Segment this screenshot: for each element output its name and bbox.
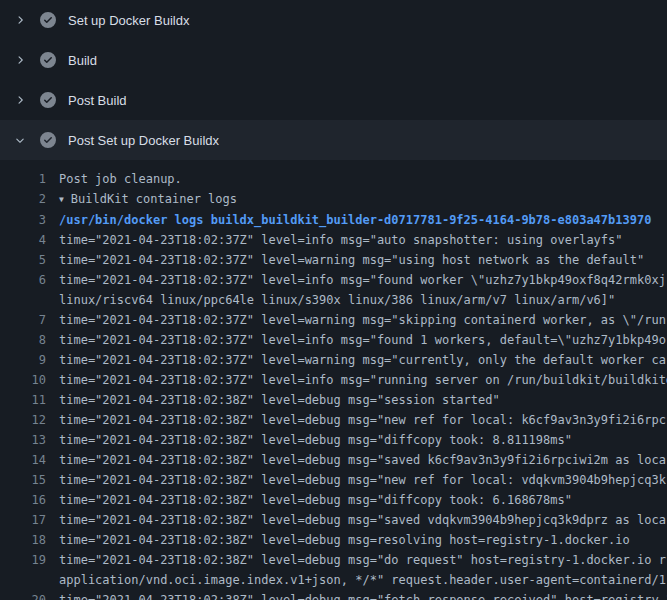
line-number[interactable]: 4 (0, 230, 59, 250)
line-number[interactable]: 19 (0, 550, 59, 570)
step-header-1[interactable]: Build (0, 40, 667, 80)
log-line: 18 time="2021-04-23T18:02:38Z" level=deb… (0, 530, 667, 550)
log-line: 3 /usr/bin/docker logs buildx_buildkit_b… (0, 210, 667, 230)
log-line: 8 time="2021-04-23T18:02:37Z" level=info… (0, 330, 667, 350)
step-name: Build (68, 53, 97, 68)
log-text: time="2021-04-23T18:02:38Z" level=debug … (59, 510, 666, 530)
log-line: linux/riscv64 linux/ppc64le linux/s390x … (0, 290, 667, 310)
check-circle-icon (40, 132, 56, 148)
line-number[interactable]: 5 (0, 250, 59, 270)
log-text: time="2021-04-23T18:02:38Z" level=debug … (59, 390, 500, 410)
line-number[interactable]: 11 (0, 390, 59, 410)
line-number[interactable]: 3 (0, 210, 59, 230)
log-text: /usr/bin/docker logs buildx_buildkit_bui… (59, 210, 651, 230)
log-line: 2 ▼BuildKit container logs (0, 189, 667, 210)
log-text: time="2021-04-23T18:02:38Z" level=debug … (59, 430, 572, 450)
log-line: 10 time="2021-04-23T18:02:37Z" level=inf… (0, 370, 667, 390)
group-toggle-icon[interactable]: ▼ (59, 190, 64, 210)
chevron-icon[interactable] (12, 12, 28, 28)
line-number[interactable]: 8 (0, 330, 59, 350)
step-header-3[interactable]: Post Set up Docker Buildx (0, 120, 667, 160)
log-line: 19 time="2021-04-23T18:02:38Z" level=deb… (0, 550, 667, 570)
line-number[interactable]: 6 (0, 270, 59, 290)
line-number[interactable]: 10 (0, 370, 59, 390)
log-text: Post job cleanup. (59, 169, 182, 189)
log-text: time="2021-04-23T18:02:37Z" level=warnin… (59, 310, 666, 330)
line-number[interactable]: 13 (0, 430, 59, 450)
log-text: time="2021-04-23T18:02:37Z" level=info m… (59, 230, 623, 250)
log-text: time="2021-04-23T18:02:37Z" level=info m… (59, 330, 666, 350)
log-text: time="2021-04-23T18:02:37Z" level=warnin… (59, 350, 666, 370)
line-number[interactable]: 16 (0, 490, 59, 510)
line-number[interactable]: 15 (0, 470, 59, 490)
log-output: 1 Post job cleanup. 2 ▼BuildKit containe… (0, 160, 667, 600)
log-line: 13 time="2021-04-23T18:02:38Z" level=deb… (0, 430, 667, 450)
log-line: 16 time="2021-04-23T18:02:38Z" level=deb… (0, 490, 667, 510)
log-line: 15 time="2021-04-23T18:02:38Z" level=deb… (0, 470, 667, 490)
check-circle-icon (40, 52, 56, 68)
log-text: application/vnd.oci.image.index.v1+json,… (59, 570, 667, 590)
group-title[interactable]: BuildKit container logs (71, 192, 237, 206)
step-header-2[interactable]: Post Build (0, 80, 667, 120)
log-text: time="2021-04-23T18:02:38Z" level=debug … (59, 410, 666, 430)
log-line: 17 time="2021-04-23T18:02:38Z" level=deb… (0, 510, 667, 530)
log-line: 12 time="2021-04-23T18:02:38Z" level=deb… (0, 410, 667, 430)
step-list: Set up Docker Buildx Build Post Build Po… (0, 0, 667, 160)
chevron-icon[interactable] (12, 92, 28, 108)
log-text: time="2021-04-23T18:02:37Z" level=info m… (59, 370, 667, 390)
log-line: 14 time="2021-04-23T18:02:38Z" level=deb… (0, 450, 667, 470)
log-line: 9 time="2021-04-23T18:02:37Z" level=warn… (0, 350, 667, 370)
log-line: 11 time="2021-04-23T18:02:38Z" level=deb… (0, 390, 667, 410)
step-name: Post Set up Docker Buildx (68, 133, 219, 148)
log-line: 1 Post job cleanup. (0, 169, 667, 189)
line-number[interactable]: 9 (0, 350, 59, 370)
chevron-icon[interactable] (12, 52, 28, 68)
chevron-icon[interactable] (12, 132, 28, 148)
log-line: 4 time="2021-04-23T18:02:37Z" level=info… (0, 230, 667, 250)
step-name: Set up Docker Buildx (68, 13, 189, 28)
actions-log-viewer: Set up Docker Buildx Build Post Build Po… (0, 0, 667, 600)
log-text: linux/riscv64 linux/ppc64le linux/s390x … (59, 290, 615, 310)
line-number[interactable]: 17 (0, 510, 59, 530)
log-text: time="2021-04-23T18:02:38Z" level=debug … (59, 450, 666, 470)
log-text: time="2021-04-23T18:02:37Z" level=warnin… (59, 250, 644, 270)
line-number[interactable]: 12 (0, 410, 59, 430)
step-header-0[interactable]: Set up Docker Buildx (0, 0, 667, 40)
line-number[interactable] (0, 570, 59, 590)
log-line: 20 time="2021-04-23T18:02:38Z" level=deb… (0, 590, 667, 600)
line-number[interactable]: 1 (0, 169, 59, 189)
log-text: time="2021-04-23T18:02:38Z" level=debug … (59, 470, 666, 490)
check-circle-icon (40, 92, 56, 108)
line-number[interactable]: 7 (0, 310, 59, 330)
line-number[interactable] (0, 290, 59, 310)
line-number[interactable]: 2 (0, 189, 59, 210)
line-number[interactable]: 18 (0, 530, 59, 550)
log-line: 7 time="2021-04-23T18:02:37Z" level=warn… (0, 310, 667, 330)
log-text: time="2021-04-23T18:02:38Z" level=debug … (59, 530, 630, 550)
log-text: time="2021-04-23T18:02:37Z" level=info m… (59, 270, 666, 290)
log-text: time="2021-04-23T18:02:38Z" level=debug … (59, 550, 666, 570)
line-number[interactable]: 14 (0, 450, 59, 470)
log-line: 5 time="2021-04-23T18:02:37Z" level=warn… (0, 250, 667, 270)
check-circle-icon (40, 12, 56, 28)
line-number[interactable]: 20 (0, 590, 59, 600)
log-line: 6 time="2021-04-23T18:02:37Z" level=info… (0, 270, 667, 290)
log-text: time="2021-04-23T18:02:38Z" level=debug … (59, 590, 667, 600)
log-text: ▼BuildKit container logs (59, 189, 237, 210)
step-name: Post Build (68, 93, 127, 108)
log-text: time="2021-04-23T18:02:38Z" level=debug … (59, 490, 572, 510)
log-line: application/vnd.oci.image.index.v1+json,… (0, 570, 667, 590)
